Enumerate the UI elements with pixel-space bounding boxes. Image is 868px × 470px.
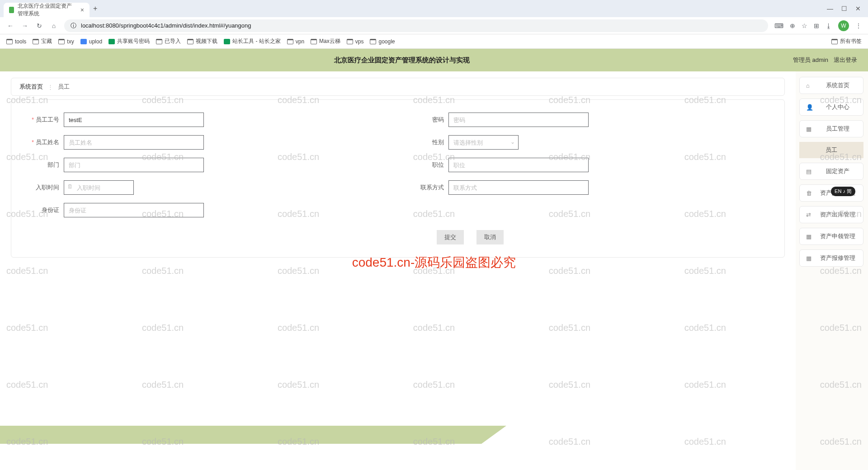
nav-profile[interactable]: 👤个人中心 (799, 99, 863, 116)
hire-date-input[interactable] (64, 180, 134, 195)
bookmark-item[interactable]: txy (58, 38, 74, 45)
home-icon: ⌂ (806, 82, 813, 89)
bookmark-item[interactable]: 共享账号密码 (108, 38, 150, 45)
position-input[interactable] (448, 158, 589, 172)
nav-fixed-assets[interactable]: ▤固定资产 (799, 163, 863, 180)
bookmark-item[interactable]: vps (347, 38, 364, 45)
user-label[interactable]: 管理员 admin (793, 56, 828, 64)
bookmark-item[interactable]: 视频下载 (187, 38, 217, 45)
label-id-card: 身份证 (22, 206, 64, 214)
new-tab-button[interactable]: + (93, 5, 97, 13)
chevron-right-icon: ⋮ (47, 84, 53, 90)
star-icon[interactable]: ☆ (802, 22, 807, 29)
employee-name-input[interactable] (64, 135, 204, 150)
home-icon[interactable]: ⌂ (50, 22, 58, 29)
close-window-icon[interactable]: ✕ (855, 5, 861, 12)
label-contact: 联系方式 (407, 183, 448, 192)
browser-toolbar: ← → ↻ ⌂ ⓘ localhost:8080/springboot4c4c1… (0, 17, 868, 34)
id-card-input[interactable] (64, 203, 204, 217)
menu-icon[interactable]: ⋮ (855, 22, 862, 29)
breadcrumb-home[interactable]: 系统首页 (19, 83, 43, 91)
bookmark-item[interactable]: 已导入 (156, 38, 181, 45)
bookmark-item[interactable]: tools (6, 38, 26, 45)
password-input[interactable] (448, 113, 589, 127)
employee-form: 员工工号 密码 员工姓名 性别 ⌄ (11, 99, 785, 258)
minimize-icon[interactable]: — (827, 5, 833, 12)
calendar-icon: 🗓 (67, 183, 73, 190)
tab-favicon (9, 7, 14, 13)
user-icon: 👤 (806, 104, 813, 111)
label-gender: 性别 (407, 138, 448, 146)
chevron-down-icon: ⌄ (510, 139, 515, 145)
payment-icon[interactable]: ⌨ (774, 22, 783, 29)
grid-icon: ▦ (806, 233, 813, 240)
back-icon[interactable]: ← (6, 22, 14, 29)
bookmark-item[interactable]: google (370, 38, 395, 45)
tab-title: 北京医疗企业固定资产管理系统 (18, 2, 77, 18)
footer-decoration (0, 426, 506, 444)
nav-home[interactable]: ⌂系统首页 (799, 77, 863, 94)
department-input[interactable] (64, 158, 204, 172)
contact-input[interactable] (448, 180, 589, 195)
label-position: 职位 (407, 161, 448, 169)
grid-icon: ▦ (806, 255, 813, 262)
bookmark-item[interactable]: 站长工具 - 站长之家 (224, 38, 281, 45)
site-info-icon[interactable]: ⓘ (71, 22, 76, 30)
extensions-icon[interactable]: ⊞ (814, 22, 819, 29)
nav-employee-sub[interactable]: 员工 (799, 142, 863, 158)
nav-asset-repair[interactable]: ▦资产报修管理 (799, 249, 863, 267)
profile-avatar[interactable]: W (838, 20, 849, 31)
label-password: 密码 (407, 116, 448, 124)
forward-icon[interactable]: → (21, 22, 29, 29)
label-employee-id: 员工工号 (22, 116, 64, 124)
translate-icon[interactable]: ⊕ (790, 22, 795, 29)
app-header: 北京医疗企业固定资产管理系统的设计与实现 管理员 admin 退出登录 (0, 49, 868, 71)
grid-icon: ▦ (806, 126, 813, 132)
bookmark-item[interactable]: Max云梯 (311, 38, 340, 45)
page-title: 北京医疗企业固定资产管理系统的设计与实现 (11, 56, 793, 65)
inbox-icon: 🗑 (806, 190, 813, 197)
label-employee-name: 员工姓名 (22, 138, 64, 146)
swap-icon: ⇄ (806, 212, 813, 218)
list-icon: ▤ (806, 168, 813, 175)
nav-asset-outbound[interactable]: ⇄资产出库管理 (799, 206, 863, 223)
label-hire-date: 入职时间 (22, 183, 64, 192)
gender-select[interactable] (448, 135, 519, 150)
all-bookmarks[interactable]: 所有书签 (831, 38, 862, 45)
bookmark-item[interactable]: vpn (287, 38, 304, 45)
browser-tab[interactable]: 北京医疗企业固定资产管理系统 × (4, 3, 90, 17)
maximize-icon[interactable]: ☐ (841, 5, 847, 12)
nav-employee-mgmt[interactable]: ▦员工管理 (799, 120, 863, 137)
browser-tab-strip: 北京医疗企业固定资产管理系统 × + — ☐ ✕ (0, 0, 868, 17)
label-department: 部门 (22, 161, 64, 169)
logout-link[interactable]: 退出登录 (834, 56, 857, 64)
ime-indicator: EN ♪ 简 (831, 187, 855, 196)
cancel-button[interactable]: 取消 (476, 230, 504, 244)
url-bar[interactable]: ⓘ localhost:8080/springboot4c4c1/admin/d… (64, 19, 768, 32)
close-icon[interactable]: × (80, 6, 84, 14)
breadcrumb: 系统首页 ⋮ 员工 (11, 78, 785, 96)
side-navigation: ⌂系统首页 👤个人中心 ▦员工管理 员工 ▤固定资产 🗑资产入库管理 ⇄资产出库… (796, 71, 868, 470)
download-icon[interactable]: ⭳ (826, 22, 832, 29)
url-text: localhost:8080/springboot4c4c1/admin/dis… (81, 22, 251, 29)
breadcrumb-current: 员工 (58, 83, 70, 91)
bookmarks-bar: tools 宝藏 txy uplod 共享账号密码 已导入 视频下载 站长工具 … (0, 34, 868, 49)
bookmark-item[interactable]: 宝藏 (33, 38, 52, 45)
submit-button[interactable]: 提交 (437, 230, 464, 244)
nav-asset-request[interactable]: ▦资产申领管理 (799, 228, 863, 245)
watermark-notice: code51.cn-源码乐园盗图必究 (352, 254, 516, 271)
bookmark-item[interactable]: uplod (80, 38, 102, 45)
employee-id-input[interactable] (64, 113, 204, 127)
reload-icon[interactable]: ↻ (35, 22, 43, 29)
